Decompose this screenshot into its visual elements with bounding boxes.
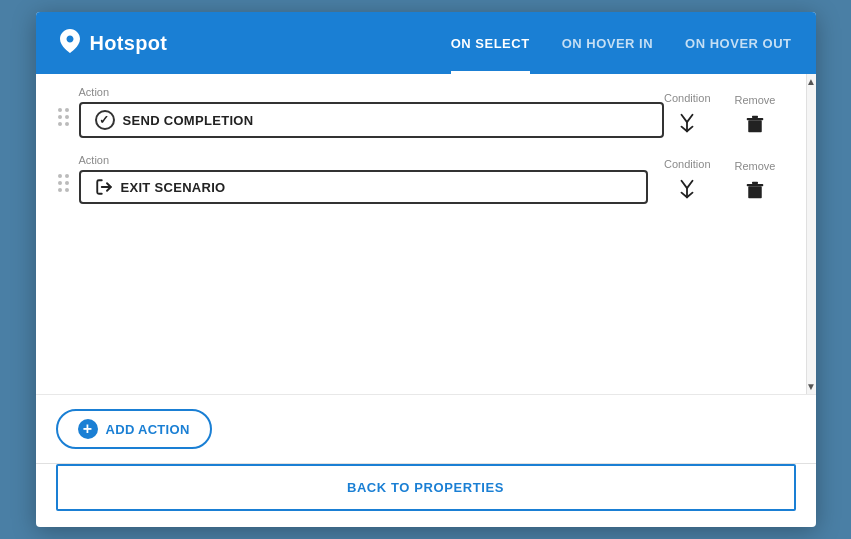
plus-icon: + (78, 419, 98, 439)
svg-rect-3 (748, 120, 762, 132)
action-section-2: Action EXIT SCENARIO (79, 154, 649, 204)
scroll-track: ▲ ▼ (806, 74, 816, 394)
check-circle-icon: ✓ (95, 110, 115, 130)
tab-on-hover-in[interactable]: ON HOVER IN (562, 12, 653, 74)
svg-rect-5 (752, 116, 758, 118)
hotspot-modal: Hotspot ON SELECT ON HOVER IN ON HOVER O… (36, 12, 816, 527)
add-action-button[interactable]: + ADD ACTION (56, 409, 212, 449)
condition-button-2[interactable] (672, 174, 702, 204)
condition-remove-1: Condition Remove (664, 92, 775, 138)
condition-label-1: Condition (664, 92, 710, 104)
svg-rect-4 (747, 118, 764, 120)
remove-button-2[interactable] (742, 176, 768, 204)
drag-handle-2[interactable] (56, 170, 71, 196)
svg-rect-12 (752, 182, 758, 184)
modal-title: Hotspot (90, 32, 168, 55)
exit-scenario-button[interactable]: EXIT SCENARIO (79, 170, 649, 204)
remove-label-1: Remove (735, 94, 776, 106)
header-tabs: ON SELECT ON HOVER IN ON HOVER OUT (451, 12, 792, 74)
remove-col-1: Remove (735, 94, 776, 138)
exit-icon (95, 178, 113, 196)
tab-on-hover-out[interactable]: ON HOVER OUT (685, 12, 791, 74)
remove-label-2: Remove (735, 160, 776, 172)
send-completion-button[interactable]: ✓ SEND COMPLETION (79, 102, 665, 138)
actions-area: ▲ ▼ Action ✓ SEND COMPLETION (36, 74, 816, 394)
remove-button-1[interactable] (742, 110, 768, 138)
condition-col-1: Condition (664, 92, 710, 138)
back-section: BACK TO PROPERTIES (36, 463, 816, 527)
action-label-2: Action (79, 154, 649, 166)
condition-button-1[interactable] (672, 108, 702, 138)
scroll-down-btn[interactable]: ▼ (806, 381, 815, 392)
action-section-1: Action ✓ SEND COMPLETION (79, 86, 665, 138)
condition-remove-2: Condition Remove (664, 158, 775, 204)
action-row-2: Action EXIT SCENARIO Condition (56, 146, 796, 216)
action-row-1: Action ✓ SEND COMPLETION Condition (56, 74, 796, 146)
svg-rect-10 (748, 186, 762, 198)
condition-label-2: Condition (664, 158, 710, 170)
condition-col-2: Condition (664, 158, 710, 204)
drag-handle-1[interactable] (56, 104, 71, 130)
header-left: Hotspot (60, 29, 451, 58)
location-icon (60, 29, 80, 58)
scroll-up-btn[interactable]: ▲ (806, 76, 815, 87)
remove-col-2: Remove (735, 160, 776, 204)
back-to-properties-button[interactable]: BACK TO PROPERTIES (56, 464, 796, 511)
add-action-bar: + ADD ACTION (36, 394, 816, 463)
action-label-1: Action (79, 86, 665, 98)
tab-on-select[interactable]: ON SELECT (451, 12, 530, 74)
svg-rect-11 (747, 184, 764, 186)
modal-header: Hotspot ON SELECT ON HOVER IN ON HOVER O… (36, 12, 816, 74)
